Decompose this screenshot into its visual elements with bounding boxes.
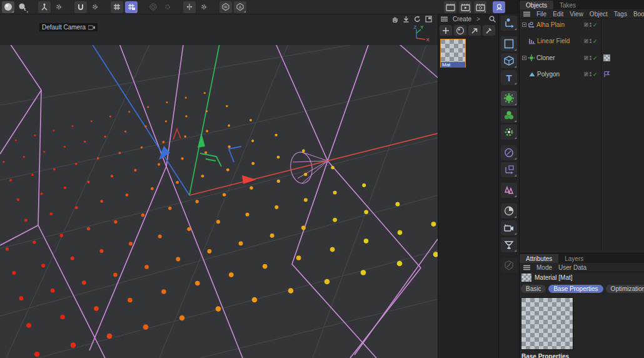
soft-selection-button[interactable] xyxy=(147,1,159,13)
menu-object[interactable]: Object xyxy=(590,11,608,18)
add-material-button[interactable] xyxy=(440,25,452,36)
grid-line xyxy=(38,250,438,358)
visibility-dots[interactable] xyxy=(590,23,591,27)
main-toolbar: A xyxy=(0,0,500,14)
maximize-view-icon[interactable] xyxy=(425,15,433,23)
clone-dot xyxy=(239,241,243,245)
asset-hexagon-button[interactable]: A xyxy=(234,1,246,13)
mograph-gear-tool-button[interactable] xyxy=(501,125,517,140)
edit-toggle[interactable] xyxy=(584,39,588,43)
soft-selection-gear-button[interactable] xyxy=(161,1,174,13)
environment-tool-button[interactable] xyxy=(501,203,517,218)
ik-tool-button[interactable] xyxy=(38,1,51,13)
edit-toggle[interactable] xyxy=(584,72,588,76)
clone-dot xyxy=(6,247,9,250)
viewport[interactable]: Default Camera Z Y X xyxy=(0,14,438,358)
object-row-alha-plain[interactable]: Alha Plain ✓ xyxy=(520,21,644,29)
object-row-polygon[interactable]: Polygon ✓ xyxy=(520,70,644,78)
enabled-check-icon[interactable]: ✓ xyxy=(593,71,598,78)
tab-layers[interactable]: Layers xyxy=(558,254,590,263)
visibility-dots[interactable] xyxy=(590,39,591,43)
magnet-tool-button[interactable] xyxy=(74,1,87,13)
deformer-tool-button[interactable] xyxy=(501,162,517,177)
material-thumbnail[interactable]: Mat xyxy=(440,39,466,68)
spline-rectangle-tool-button[interactable] xyxy=(501,36,517,51)
arrow-up-right-icon[interactable] xyxy=(468,25,481,36)
render-to-picture-viewer-button[interactable] xyxy=(459,1,471,13)
search-icon[interactable] xyxy=(489,16,496,23)
menu-file[interactable]: File xyxy=(536,11,546,18)
pan-hand-icon[interactable] xyxy=(391,15,399,23)
object-name[interactable]: Polygon xyxy=(537,71,560,78)
tab-attributes[interactable]: Attributes xyxy=(520,254,558,263)
menu-edit[interactable]: Edit xyxy=(553,11,563,18)
phong-tag[interactable] xyxy=(603,71,610,78)
grid-tool-button[interactable] xyxy=(111,1,123,13)
cloner-tool-button[interactable] xyxy=(501,91,517,106)
orientation-gizmo[interactable]: Z Y X xyxy=(408,24,430,42)
clone-dot xyxy=(75,163,78,165)
menu-bookmarks[interactable]: Bookmarks xyxy=(633,11,644,18)
field-tool-button[interactable] xyxy=(501,145,517,160)
stage-tool-button[interactable] xyxy=(501,237,517,252)
tab-objects[interactable]: Objects xyxy=(520,1,553,9)
snap-tool-button[interactable] xyxy=(125,1,138,13)
object-name[interactable]: Cloner xyxy=(536,54,555,61)
material-ball-icon[interactable] xyxy=(454,25,466,36)
create-menu[interactable]: Create xyxy=(453,16,471,23)
clone-dot xyxy=(60,315,65,320)
enabled-check-icon[interactable]: ✓ xyxy=(593,22,598,28)
dolly-icon[interactable] xyxy=(402,15,410,23)
hamburger-icon[interactable] xyxy=(523,11,530,17)
visibility-dots[interactable] xyxy=(590,72,591,76)
layers-hexagon-button[interactable] xyxy=(219,1,232,13)
visibility-dots[interactable] xyxy=(590,56,591,60)
collapse-toggle[interactable] xyxy=(522,23,526,27)
edit-toggle[interactable] xyxy=(584,56,588,60)
x-axis-line xyxy=(189,133,438,195)
menu-overflow-arrow[interactable]: > xyxy=(476,16,480,23)
move-tool-button[interactable] xyxy=(16,1,29,13)
selection-tool-button[interactable] xyxy=(2,1,14,13)
menu-mode[interactable]: Mode xyxy=(536,264,552,271)
object-row-cloner[interactable]: Cloner ✓ xyxy=(520,54,644,62)
edit-render-settings-button[interactable] xyxy=(474,1,486,13)
interactive-render-button[interactable] xyxy=(493,1,505,13)
rotate-view-icon[interactable] xyxy=(413,15,421,23)
edit-toggle[interactable] xyxy=(584,23,588,27)
magnet-options-button[interactable] xyxy=(89,1,101,13)
material-preview[interactable] xyxy=(521,297,573,350)
pencil-tool-button[interactable] xyxy=(501,258,517,273)
menu-user-data[interactable]: User Data xyxy=(558,264,586,271)
collapse-toggle[interactable] xyxy=(522,56,526,60)
prop-tab-base-properties[interactable]: Base Properties xyxy=(548,285,603,293)
cube-primitive-tool-button[interactable] xyxy=(501,53,517,68)
enabled-check-icon[interactable]: ✓ xyxy=(593,55,598,61)
hamburger-icon[interactable] xyxy=(441,16,448,22)
menu-view[interactable]: View xyxy=(570,11,583,18)
render-view-button[interactable] xyxy=(444,1,456,13)
move-axis-tool-button[interactable] xyxy=(501,16,517,31)
object-name[interactable]: Linear Field xyxy=(537,38,570,44)
scene-canvas[interactable] xyxy=(0,14,438,358)
camera-tool-button[interactable] xyxy=(501,220,517,235)
text-tool-button[interactable]: T xyxy=(501,70,517,85)
prop-tab-optimizations[interactable]: Optimizations xyxy=(606,285,644,293)
gizmo-plane-handle xyxy=(173,129,181,140)
clone-dot xyxy=(185,96,187,98)
enabled-check-icon[interactable]: ✓ xyxy=(593,38,598,44)
eyedropper-icon[interactable] xyxy=(483,25,495,36)
prop-tab-basic[interactable]: Basic xyxy=(521,285,546,293)
symmetry-options-button[interactable] xyxy=(198,1,210,13)
symmetry-tool-button[interactable] xyxy=(183,1,196,13)
object-name[interactable]: Alha Plain xyxy=(536,21,565,28)
ik-options-button[interactable] xyxy=(53,1,65,13)
camera-label[interactable]: Default Camera xyxy=(39,23,98,31)
tab-takes[interactable]: Takes xyxy=(553,1,582,9)
menu-tags[interactable]: Tags xyxy=(614,11,627,18)
hamburger-icon[interactable] xyxy=(523,265,530,270)
effector-tool-button[interactable] xyxy=(501,108,517,123)
material-tag[interactable] xyxy=(603,54,610,61)
instance-tool-button[interactable] xyxy=(501,183,517,198)
object-row-linear-field[interactable]: Linear Field ✓ xyxy=(520,37,644,45)
